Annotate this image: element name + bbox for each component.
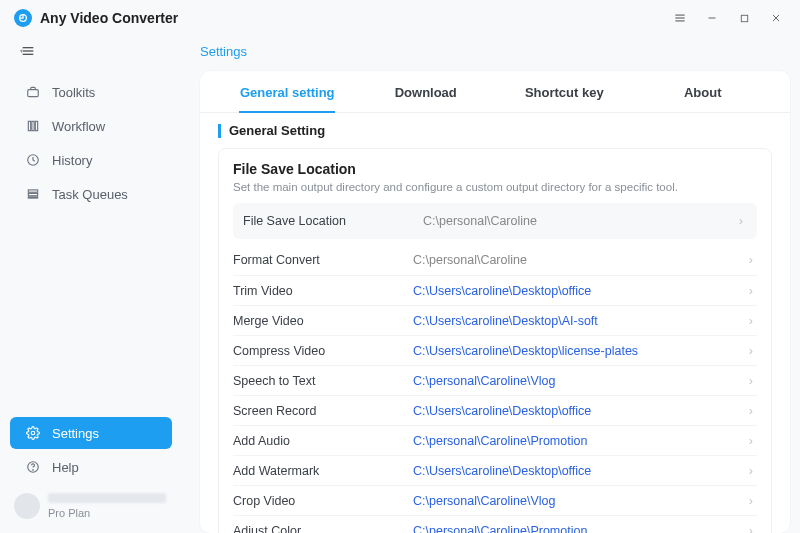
sidebar-item-help[interactable]: Help: [10, 451, 172, 483]
chevron-right-icon: ›: [745, 344, 757, 358]
row-label: Add Audio: [233, 434, 413, 448]
sidebar-item-label: Settings: [52, 426, 99, 441]
row-label: Format Convert: [233, 253, 413, 267]
svg-rect-12: [32, 121, 34, 130]
help-icon: [24, 460, 42, 474]
sidebar-item-label: Help: [52, 460, 79, 475]
user-plan: Pro Plan: [48, 507, 166, 519]
row-value: C:\Users\caroline\Desktop\office: [413, 404, 745, 418]
file-save-location-card: File Save Location Set the main output d…: [218, 148, 772, 533]
tab-about[interactable]: About: [634, 71, 773, 112]
tab-download[interactable]: Download: [357, 71, 496, 112]
row-label: File Save Location: [243, 214, 423, 228]
save-location-row[interactable]: Format ConvertC:\personal\Caroline›: [233, 245, 757, 275]
sidebar-item-history[interactable]: History: [10, 144, 172, 176]
row-value: C:\Users\caroline\Desktop\license-plates: [413, 344, 745, 358]
sidebar: Toolkits Workflow History Task Queues Se…: [0, 36, 182, 533]
section-heading: General Setting: [218, 123, 772, 138]
row-label: Speech to Text: [233, 374, 413, 388]
row-value: C:\Users\caroline\Desktop\AI-soft: [413, 314, 745, 328]
tabs: General setting Download Shortcut key Ab…: [200, 71, 790, 113]
primary-save-location-row[interactable]: File Save Location C:\personal\Caroline …: [233, 203, 757, 239]
row-value: C:\personal\Caroline\Vlog: [413, 374, 745, 388]
row-label: Add Watermark: [233, 464, 413, 478]
svg-rect-4: [741, 15, 747, 21]
row-label: Trim Video: [233, 284, 413, 298]
row-value: C:\personal\Caroline\Promotion: [413, 524, 745, 534]
clock-icon: [24, 153, 42, 167]
svg-point-20: [33, 470, 34, 471]
chevron-right-icon: ›: [745, 404, 757, 418]
row-label: Crop Video: [233, 494, 413, 508]
svg-rect-16: [28, 193, 37, 195]
sidebar-item-settings[interactable]: Settings: [10, 417, 172, 449]
close-button[interactable]: [760, 4, 792, 32]
row-value: C:\Users\caroline\Desktop\office: [413, 284, 745, 298]
save-location-row[interactable]: Screen RecordC:\Users\caroline\Desktop\o…: [233, 395, 757, 425]
tab-general-setting[interactable]: General setting: [218, 71, 357, 112]
save-location-row[interactable]: Compress VideoC:\Users\caroline\Desktop\…: [233, 335, 757, 365]
save-location-row[interactable]: Adjust ColorC:\personal\Caroline\Promoti…: [233, 515, 757, 533]
avatar: [14, 493, 40, 519]
row-value: C:\personal\Caroline\Vlog: [413, 494, 745, 508]
chevron-right-icon: ›: [745, 253, 757, 267]
sidebar-item-label: Task Queues: [52, 187, 128, 202]
main: Settings General setting Download Shortc…: [182, 36, 800, 533]
user-name-redacted: [48, 493, 166, 503]
row-value: C:\personal\Caroline: [423, 214, 735, 228]
sidebar-item-task-queues[interactable]: Task Queues: [10, 178, 172, 210]
sidebar-item-label: History: [52, 153, 92, 168]
svg-rect-13: [35, 121, 37, 130]
chevron-right-icon: ›: [745, 374, 757, 388]
save-location-row[interactable]: Add AudioC:\personal\Caroline\Promotion›: [233, 425, 757, 455]
svg-rect-10: [28, 90, 39, 97]
row-label: Merge Video: [233, 314, 413, 328]
collapse-sidebar-button[interactable]: [14, 40, 42, 62]
sidebar-item-toolkits[interactable]: Toolkits: [10, 76, 172, 108]
svg-rect-11: [28, 121, 30, 130]
minimize-button[interactable]: [696, 4, 728, 32]
settings-scroll[interactable]: General Setting File Save Location Set t…: [200, 113, 790, 533]
card-desc: Set the main output directory and config…: [233, 181, 757, 193]
save-location-row[interactable]: Add WatermarkC:\Users\caroline\Desktop\o…: [233, 455, 757, 485]
app-title: Any Video Converter: [40, 10, 178, 26]
titlebar: Any Video Converter: [0, 0, 800, 36]
sidebar-item-workflow[interactable]: Workflow: [10, 110, 172, 142]
svg-rect-17: [28, 197, 37, 198]
chevron-right-icon: ›: [745, 434, 757, 448]
chevron-right-icon: ›: [745, 464, 757, 478]
page-title: Settings: [200, 44, 790, 59]
app-logo-icon: [14, 9, 32, 27]
chevron-right-icon: ›: [745, 494, 757, 508]
row-value: C:\personal\Caroline: [413, 253, 745, 267]
settings-panel: General setting Download Shortcut key Ab…: [200, 71, 790, 533]
chevron-right-icon: ›: [745, 284, 757, 298]
svg-point-18: [31, 431, 35, 435]
save-location-row[interactable]: Speech to TextC:\personal\Caroline\Vlog›: [233, 365, 757, 395]
row-label: Adjust Color: [233, 524, 413, 534]
row-value: C:\Users\caroline\Desktop\office: [413, 464, 745, 478]
save-location-row[interactable]: Merge VideoC:\Users\caroline\Desktop\AI-…: [233, 305, 757, 335]
toolbox-icon: [24, 85, 42, 99]
row-value: C:\personal\Caroline\Promotion: [413, 434, 745, 448]
queue-icon: [24, 187, 42, 201]
card-title: File Save Location: [233, 161, 757, 177]
row-label: Screen Record: [233, 404, 413, 418]
chevron-right-icon: ›: [745, 314, 757, 328]
user-panel[interactable]: Pro Plan: [0, 485, 182, 533]
sidebar-item-label: Toolkits: [52, 85, 95, 100]
tab-shortcut-key[interactable]: Shortcut key: [495, 71, 634, 112]
chevron-right-icon: ›: [735, 214, 747, 228]
workflow-icon: [24, 119, 42, 133]
chevron-right-icon: ›: [745, 524, 757, 534]
save-location-row[interactable]: Crop VideoC:\personal\Caroline\Vlog›: [233, 485, 757, 515]
sidebar-nav: Toolkits Workflow History Task Queues: [0, 76, 182, 212]
gear-icon: [24, 426, 42, 440]
svg-rect-15: [28, 190, 37, 192]
row-label: Compress Video: [233, 344, 413, 358]
menu-button[interactable]: [664, 4, 696, 32]
maximize-button[interactable]: [728, 4, 760, 32]
sidebar-item-label: Workflow: [52, 119, 105, 134]
save-location-row[interactable]: Trim VideoC:\Users\caroline\Desktop\offi…: [233, 275, 757, 305]
